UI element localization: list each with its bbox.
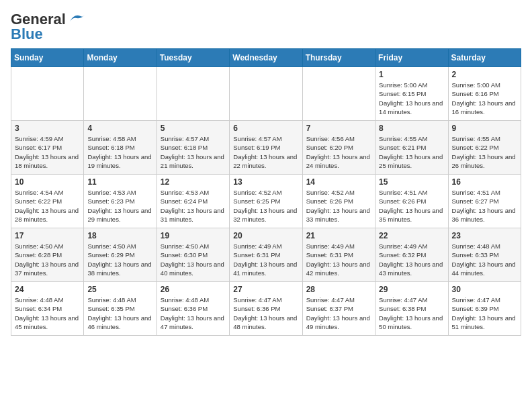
day-info: Sunrise: 4:55 AM Sunset: 6:21 PM Dayligh… <box>379 134 444 170</box>
calendar-cell: 28Sunrise: 4:47 AM Sunset: 6:37 PM Dayli… <box>302 282 375 336</box>
day-info: Sunrise: 4:47 AM Sunset: 6:37 PM Dayligh… <box>306 295 371 331</box>
calendar-cell <box>11 67 84 121</box>
day-number: 26 <box>161 285 226 294</box>
calendar-cell: 14Sunrise: 4:52 AM Sunset: 6:26 PM Dayli… <box>302 175 375 228</box>
day-number: 29 <box>379 285 444 294</box>
day-info: Sunrise: 4:57 AM Sunset: 6:18 PM Dayligh… <box>161 134 226 170</box>
day-number: 14 <box>306 177 371 187</box>
calendar-cell: 5Sunrise: 4:57 AM Sunset: 6:18 PM Daylig… <box>157 121 229 175</box>
day-number: 30 <box>452 285 517 294</box>
weekday-header-tuesday: Tuesday <box>157 49 229 67</box>
day-info: Sunrise: 4:48 AM Sunset: 6:36 PM Dayligh… <box>161 295 226 331</box>
day-number: 6 <box>233 124 298 133</box>
day-number: 7 <box>306 124 371 133</box>
day-number: 19 <box>161 231 226 240</box>
calendar-table: SundayMondayTuesdayWednesdayThursdayFrid… <box>11 48 521 336</box>
day-info: Sunrise: 4:47 AM Sunset: 6:36 PM Dayligh… <box>233 295 298 331</box>
day-number: 20 <box>233 231 298 240</box>
weekday-header-monday: Monday <box>84 49 157 67</box>
day-info: Sunrise: 4:54 AM Sunset: 6:22 PM Dayligh… <box>15 188 80 224</box>
calendar-cell: 2Sunrise: 5:00 AM Sunset: 6:16 PM Daylig… <box>448 67 521 121</box>
day-info: Sunrise: 4:58 AM Sunset: 6:18 PM Dayligh… <box>87 134 152 170</box>
day-number: 12 <box>161 177 226 187</box>
day-number: 4 <box>87 124 152 133</box>
calendar-cell: 17Sunrise: 4:50 AM Sunset: 6:28 PM Dayli… <box>11 228 84 282</box>
day-info: Sunrise: 4:47 AM Sunset: 6:39 PM Dayligh… <box>452 295 517 331</box>
calendar-cell: 10Sunrise: 4:54 AM Sunset: 6:22 PM Dayli… <box>11 175 84 228</box>
calendar-cell <box>84 67 157 121</box>
logo-bird-icon <box>67 12 86 24</box>
day-number: 24 <box>15 285 80 294</box>
calendar-cell: 25Sunrise: 4:48 AM Sunset: 6:35 PM Dayli… <box>84 282 157 336</box>
calendar-cell: 12Sunrise: 4:53 AM Sunset: 6:24 PM Dayli… <box>157 175 229 228</box>
calendar-cell: 23Sunrise: 4:48 AM Sunset: 6:33 PM Dayli… <box>448 228 521 282</box>
day-info: Sunrise: 4:49 AM Sunset: 6:32 PM Dayligh… <box>379 242 444 277</box>
logo-blue: Blue <box>11 26 43 43</box>
calendar-cell: 27Sunrise: 4:47 AM Sunset: 6:36 PM Dayli… <box>230 282 302 336</box>
calendar-cell <box>157 67 229 121</box>
day-number: 25 <box>87 285 152 294</box>
day-info: Sunrise: 4:53 AM Sunset: 6:24 PM Dayligh… <box>161 188 226 224</box>
calendar-cell: 22Sunrise: 4:49 AM Sunset: 6:32 PM Dayli… <box>375 228 448 282</box>
day-info: Sunrise: 5:00 AM Sunset: 6:16 PM Dayligh… <box>452 81 517 116</box>
calendar-cell: 15Sunrise: 4:51 AM Sunset: 6:26 PM Dayli… <box>375 175 448 228</box>
day-number: 22 <box>379 231 444 240</box>
day-number: 21 <box>306 231 371 240</box>
day-number: 23 <box>452 231 517 240</box>
day-number: 17 <box>15 231 80 240</box>
calendar-cell: 13Sunrise: 4:52 AM Sunset: 6:25 PM Dayli… <box>230 175 302 228</box>
day-number: 10 <box>15 177 80 187</box>
day-info: Sunrise: 4:49 AM Sunset: 6:31 PM Dayligh… <box>233 242 298 277</box>
day-info: Sunrise: 4:47 AM Sunset: 6:38 PM Dayligh… <box>379 295 444 331</box>
day-number: 8 <box>379 124 444 133</box>
calendar-cell: 7Sunrise: 4:56 AM Sunset: 6:20 PM Daylig… <box>302 121 375 175</box>
calendar-cell: 20Sunrise: 4:49 AM Sunset: 6:31 PM Dayli… <box>230 228 302 282</box>
weekday-header-saturday: Saturday <box>448 49 521 67</box>
calendar-cell: 8Sunrise: 4:55 AM Sunset: 6:21 PM Daylig… <box>375 121 448 175</box>
calendar-cell: 26Sunrise: 4:48 AM Sunset: 6:36 PM Dayli… <box>157 282 229 336</box>
day-info: Sunrise: 4:57 AM Sunset: 6:19 PM Dayligh… <box>233 134 298 170</box>
calendar-cell: 4Sunrise: 4:58 AM Sunset: 6:18 PM Daylig… <box>84 121 157 175</box>
calendar-cell <box>302 67 375 121</box>
day-info: Sunrise: 4:49 AM Sunset: 6:31 PM Dayligh… <box>306 242 371 277</box>
day-info: Sunrise: 4:48 AM Sunset: 6:35 PM Dayligh… <box>87 295 152 331</box>
calendar-cell: 19Sunrise: 4:50 AM Sunset: 6:30 PM Dayli… <box>157 228 229 282</box>
calendar-cell: 6Sunrise: 4:57 AM Sunset: 6:19 PM Daylig… <box>230 121 302 175</box>
day-number: 15 <box>379 177 444 187</box>
header-section: General Blue <box>11 11 521 43</box>
day-info: Sunrise: 4:48 AM Sunset: 6:33 PM Dayligh… <box>452 242 517 277</box>
day-info: Sunrise: 4:51 AM Sunset: 6:26 PM Dayligh… <box>379 188 444 224</box>
weekday-header-thursday: Thursday <box>302 49 375 67</box>
calendar-cell: 1Sunrise: 5:00 AM Sunset: 6:15 PM Daylig… <box>375 67 448 121</box>
day-number: 11 <box>87 177 152 187</box>
calendar-cell <box>230 67 302 121</box>
weekday-header-wednesday: Wednesday <box>230 49 302 67</box>
calendar-cell: 9Sunrise: 4:55 AM Sunset: 6:22 PM Daylig… <box>448 121 521 175</box>
day-number: 13 <box>233 177 298 187</box>
day-number: 5 <box>161 124 226 133</box>
day-number: 3 <box>15 124 80 133</box>
day-info: Sunrise: 4:52 AM Sunset: 6:25 PM Dayligh… <box>233 188 298 224</box>
day-info: Sunrise: 4:59 AM Sunset: 6:17 PM Dayligh… <box>15 134 80 170</box>
day-info: Sunrise: 4:48 AM Sunset: 6:34 PM Dayligh… <box>15 295 80 331</box>
calendar-cell: 29Sunrise: 4:47 AM Sunset: 6:38 PM Dayli… <box>375 282 448 336</box>
weekday-header-friday: Friday <box>375 49 448 67</box>
calendar-cell: 18Sunrise: 4:50 AM Sunset: 6:29 PM Dayli… <box>84 228 157 282</box>
day-number: 18 <box>87 231 152 240</box>
day-number: 16 <box>452 177 517 187</box>
calendar-cell: 3Sunrise: 4:59 AM Sunset: 6:17 PM Daylig… <box>11 121 84 175</box>
day-info: Sunrise: 4:50 AM Sunset: 6:28 PM Dayligh… <box>15 242 80 277</box>
day-info: Sunrise: 4:50 AM Sunset: 6:29 PM Dayligh… <box>87 242 152 277</box>
calendar-cell: 21Sunrise: 4:49 AM Sunset: 6:31 PM Dayli… <box>302 228 375 282</box>
day-info: Sunrise: 4:52 AM Sunset: 6:26 PM Dayligh… <box>306 188 371 224</box>
day-info: Sunrise: 4:50 AM Sunset: 6:30 PM Dayligh… <box>161 242 226 277</box>
day-info: Sunrise: 4:56 AM Sunset: 6:20 PM Dayligh… <box>306 134 371 170</box>
day-info: Sunrise: 4:55 AM Sunset: 6:22 PM Dayligh… <box>452 134 517 170</box>
day-info: Sunrise: 4:53 AM Sunset: 6:23 PM Dayligh… <box>87 188 152 224</box>
day-info: Sunrise: 4:51 AM Sunset: 6:27 PM Dayligh… <box>452 188 517 224</box>
day-number: 2 <box>452 70 517 79</box>
day-number: 27 <box>233 285 298 294</box>
day-number: 1 <box>379 70 444 79</box>
calendar-cell: 16Sunrise: 4:51 AM Sunset: 6:27 PM Dayli… <box>448 175 521 228</box>
day-info: Sunrise: 5:00 AM Sunset: 6:15 PM Dayligh… <box>379 81 444 116</box>
